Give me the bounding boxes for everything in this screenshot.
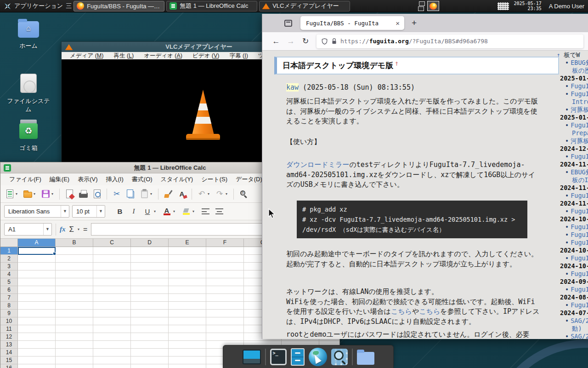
sum-button[interactable]: Σ: [69, 225, 74, 234]
row-header-6[interactable]: 6: [0, 286, 18, 294]
sidebar-link[interactable]: •FuguI: [560, 207, 588, 215]
close-tab-icon[interactable]: ×: [395, 19, 401, 27]
highlight-color-button[interactable]: [181, 206, 192, 218]
save-options-caret[interactable]: ▾: [51, 192, 56, 196]
dock-app-finder-icon[interactable]: [331, 349, 348, 365]
function-wizard-button[interactable]: fx: [60, 225, 66, 233]
dock-terminal-icon[interactable]: [270, 349, 287, 365]
copy-button[interactable]: [124, 188, 137, 201]
font-color-caret[interactable]: ▾: [173, 209, 178, 213]
calc-menu-item[interactable]: 編集(E): [45, 175, 74, 184]
row-header-10[interactable]: 10: [0, 317, 18, 325]
row-header-12[interactable]: 12: [0, 333, 18, 341]
row-header-4[interactable]: 4: [0, 270, 18, 278]
sidebar-link-continuation[interactable]: Prepa: [560, 129, 588, 137]
calc-menu-item[interactable]: 挿入(I): [102, 175, 128, 184]
redo-options-caret[interactable]: ▾: [226, 192, 230, 196]
calc-menu-item[interactable]: シート(S): [197, 175, 232, 184]
firefox-view-icon[interactable]: [284, 20, 292, 27]
row-header-8[interactable]: 8: [0, 302, 18, 310]
sidebar-link[interactable]: •FuguI: [560, 231, 588, 239]
keyboard-layout-icon[interactable]: [498, 2, 509, 10]
sidebar-link[interactable]: •FuguI: [560, 153, 588, 161]
highlight-color-caret[interactable]: ▾: [192, 209, 197, 213]
chevron-down-icon[interactable]: ▼: [61, 206, 69, 217]
column-header-D[interactable]: D: [131, 239, 169, 247]
row-header-3[interactable]: 3: [0, 263, 18, 270]
font-size-combo[interactable]: 10 pt ▼: [72, 205, 105, 218]
sidebar-link[interactable]: •SAG/2: [560, 333, 588, 339]
align-left-button[interactable]: [200, 206, 211, 218]
row-header-2[interactable]: 2: [0, 255, 18, 263]
paste-button[interactable]: [138, 188, 151, 201]
sum-options-caret[interactable]: ▾: [78, 227, 79, 231]
align-center-button[interactable]: [214, 206, 225, 218]
here-link-2[interactable]: こちら: [419, 307, 440, 316]
sidebar-link-continuation[interactable]: 動): [560, 325, 588, 333]
formula-button[interactable]: =: [83, 225, 87, 234]
column-header-B[interactable]: B: [56, 239, 93, 247]
lock-icon[interactable]: [331, 38, 337, 45]
sidebar-link[interactable]: •FuguI: [560, 90, 588, 98]
calc-menu-item[interactable]: 表示(V): [74, 175, 102, 184]
row-header-16[interactable]: 16: [0, 364, 18, 368]
calc-menu-item[interactable]: ファイル(F): [5, 175, 45, 184]
new-document-options-caret[interactable]: ▾: [16, 192, 20, 196]
sidebar-link-continuation[interactable]: Intro: [560, 98, 588, 106]
author-link[interactable]: kaw: [286, 83, 299, 92]
redo-button[interactable]: [213, 188, 226, 201]
row-header-5[interactable]: 5: [0, 278, 18, 286]
panel-clock[interactable]: 2025-05-17 23:35: [514, 1, 541, 11]
calc-menu-item[interactable]: データ(D): [232, 175, 266, 184]
font-color-button[interactable]: A: [161, 206, 172, 218]
desktop-icon-filesystem[interactable]: ファイルシステム: [6, 74, 51, 114]
calc-menu-item[interactable]: 書式(O): [128, 175, 157, 184]
applications-menu[interactable]: アプリケーション: [0, 0, 66, 12]
here-link-1[interactable]: こちら: [391, 307, 412, 316]
dock-folder-icon[interactable]: [357, 352, 374, 365]
sidebar-link[interactable]: •FuguI: [560, 192, 588, 200]
open-options-caret[interactable]: ▾: [34, 192, 38, 196]
export-pdf-button[interactable]: [63, 188, 76, 201]
column-header-E[interactable]: E: [169, 239, 206, 247]
italic-button[interactable]: I: [128, 206, 139, 218]
forward-button[interactable]: →: [283, 37, 298, 46]
cut-button[interactable]: [110, 188, 123, 201]
sidebar-link-continuation[interactable]: 板のI: [560, 176, 588, 184]
browser-tab[interactable]: FuguIta/BBS - FuguIta ×: [300, 16, 404, 30]
column-header-F[interactable]: F: [206, 239, 244, 247]
sidebar-link[interactable]: •EBUG勉: [560, 168, 588, 176]
dock-web-browser-icon[interactable]: [309, 348, 327, 366]
column-header-A[interactable]: A: [18, 239, 56, 247]
sidebar-link[interactable]: •FuguI: [560, 301, 588, 309]
underline-options-caret[interactable]: ▾: [154, 209, 158, 213]
undo-options-caret[interactable]: ▾: [208, 192, 212, 196]
reload-button[interactable]: ↻: [298, 36, 313, 46]
chevron-down-icon[interactable]: ▼: [43, 224, 51, 235]
vlc-menu-item[interactable]: オーディオ (A): [139, 52, 187, 59]
sidebar-link[interactable]: •河豚板: [560, 137, 588, 145]
print-button[interactable]: [77, 188, 90, 201]
sidebar-link[interactable]: •FuguI: [560, 239, 588, 247]
back-button[interactable]: ←: [269, 37, 283, 46]
vlc-menu-item[interactable]: 字幕 (I): [225, 52, 253, 59]
new-tab-button[interactable]: +: [410, 18, 418, 28]
vlc-menu-item[interactable]: メディア (M): [65, 52, 108, 59]
vlc-menu-item[interactable]: 再生 (L): [109, 52, 138, 59]
heading-anchor-link[interactable]: †: [395, 61, 398, 67]
print-preview-button[interactable]: [90, 188, 103, 201]
clone-formatting-button[interactable]: [162, 188, 175, 201]
row-header-9[interactable]: 9: [0, 310, 18, 317]
paste-options-caret[interactable]: ▾: [150, 192, 155, 196]
taskbar-button-vlc[interactable]: VLCメディアプレイヤー: [259, 1, 350, 12]
find-and-replace-button[interactable]: [237, 188, 250, 201]
row-header-7[interactable]: 7: [0, 294, 18, 302]
sidebar-link[interactable]: •FuguI: [560, 121, 588, 129]
row-header-11[interactable]: 11: [0, 325, 18, 333]
row-header-15[interactable]: 15: [0, 356, 18, 364]
desktop-icon-trash[interactable]: ゴミ箱: [6, 120, 51, 152]
sidebar-link[interactable]: •FuguI: [560, 223, 588, 231]
cell-name-box[interactable]: A1 ▼: [4, 223, 52, 236]
download-mirror-link[interactable]: ダウンロードミラー: [286, 161, 349, 169]
row-header-14[interactable]: 14: [0, 349, 18, 356]
